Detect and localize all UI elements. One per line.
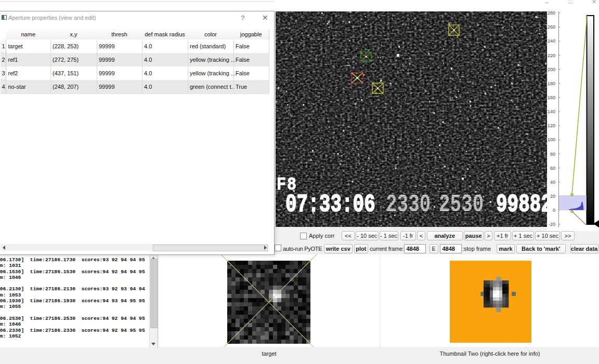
svg-text:100: 100 xyxy=(548,137,555,142)
svg-text:160: 160 xyxy=(548,95,555,100)
svg-text:180: 180 xyxy=(548,81,555,86)
svg-text:200: 200 xyxy=(548,67,555,72)
svg-text:0: 0 xyxy=(553,208,555,213)
svg-text:40: 40 xyxy=(550,180,555,185)
svg-text:20: 20 xyxy=(550,194,555,199)
svg-text:280: 280 xyxy=(548,10,555,16)
svg-text:260: 260 xyxy=(548,24,555,30)
svg-text:240: 240 xyxy=(548,38,555,44)
svg-text:120: 120 xyxy=(548,123,555,128)
svg-text:80: 80 xyxy=(550,152,555,157)
svg-text:-20: -20 xyxy=(549,222,555,227)
svg-text:220: 220 xyxy=(548,53,555,58)
svg-text:60: 60 xyxy=(550,166,555,171)
svg-text:140: 140 xyxy=(548,109,555,114)
